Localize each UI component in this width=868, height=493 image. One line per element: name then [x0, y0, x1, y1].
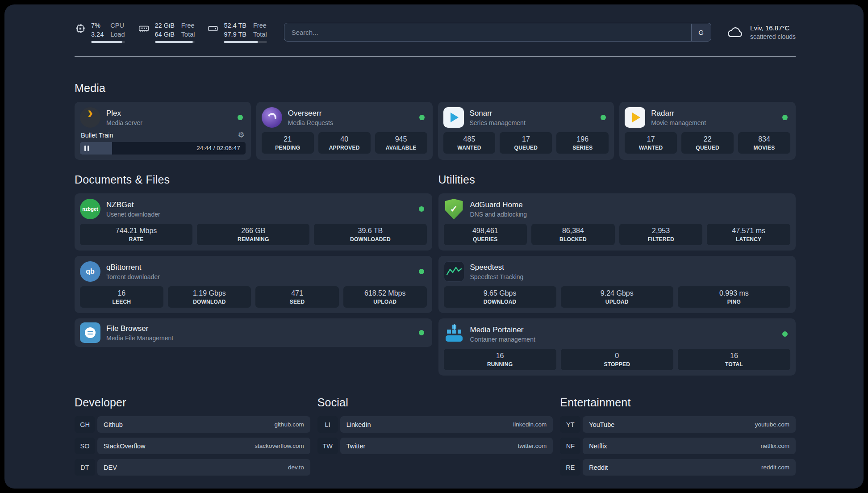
- bookmark-abbr: RE: [560, 459, 580, 476]
- app-name: Radarr: [651, 109, 706, 118]
- memory-usage-bar: [155, 41, 195, 43]
- status-dot-online: [601, 115, 606, 120]
- bookmark-youtube[interactable]: YT YouTube youtube.com: [560, 416, 796, 433]
- bookmark-url: github.com: [275, 421, 304, 428]
- section-heading-media: Media: [75, 82, 796, 95]
- app-name: Plex: [106, 109, 142, 118]
- stat-running: 16 RUNNING: [444, 349, 556, 370]
- weather-location: Lviv, 16.87°C: [750, 24, 796, 32]
- status-dot-online: [782, 331, 788, 337]
- bookmark-twitter[interactable]: TW Twitter twitter.com: [317, 438, 553, 454]
- speedtest-icon: [444, 261, 464, 282]
- bookmark-abbr: DT: [75, 459, 95, 476]
- gear-icon[interactable]: ⚙: [238, 131, 245, 139]
- app-card-qbittorrent[interactable]: qb qBittorrent Torrent downloader 16: [75, 256, 432, 313]
- app-name: AdGuard Home: [470, 201, 527, 209]
- bookmark-abbr: SO: [75, 438, 95, 454]
- pause-icon[interactable]: [84, 146, 89, 151]
- stat-queued: 17 QUEUED: [500, 132, 552, 154]
- filebrowser-icon: [80, 322, 100, 343]
- bookmark-group-developer: Developer GH Github github.com SO StackO…: [75, 396, 310, 476]
- search-engine-button[interactable]: G: [691, 24, 711, 41]
- section-heading-developer: Developer: [75, 396, 310, 409]
- app-description: Media File Management: [106, 334, 173, 342]
- cloud-icon: [726, 25, 744, 39]
- bookmark-url: dev.to: [288, 464, 304, 471]
- status-dot-online: [238, 115, 243, 120]
- bookmark-url: twitter.com: [518, 443, 547, 449]
- qbittorrent-icon: qb: [80, 261, 100, 282]
- app-name: Media Portainer: [470, 326, 535, 334]
- bookmark-group-social: Social LI LinkedIn linkedin.com TW Twitt…: [317, 396, 553, 476]
- bookmark-abbr: YT: [560, 416, 580, 433]
- stat-ping: 0.993 ms PING: [678, 286, 790, 308]
- status-dot-online: [782, 115, 788, 120]
- bookmark-name: Twitter: [346, 443, 366, 450]
- app-description: Media server: [106, 119, 142, 126]
- cpu-icon: [75, 23, 86, 34]
- section-heading-social: Social: [317, 396, 553, 409]
- stat-total: 16 TOTAL: [678, 349, 790, 370]
- memory-free-label: Free: [181, 21, 195, 30]
- search-bar: G: [284, 23, 711, 42]
- bookmark-name: Github: [104, 421, 123, 428]
- stat-remaining: 266 GB REMAINING: [197, 224, 309, 245]
- bookmark-abbr: GH: [75, 416, 95, 433]
- app-card-portainer[interactable]: Media Portainer Container management 16 …: [438, 318, 796, 376]
- app-card-nzbget[interactable]: nzbget NZBGet Usenet downloader 744.21 M…: [75, 193, 432, 251]
- stat-download: 1.19 Gbps DOWNLOAD: [168, 286, 251, 308]
- bookmark-netflix[interactable]: NF Netflix netflix.com: [560, 438, 796, 454]
- bookmark-abbr: NF: [560, 438, 580, 454]
- stat-latency: 47.571 ms LATENCY: [707, 224, 790, 245]
- memory-total-label: Total: [181, 30, 195, 39]
- disk-total-value: 97.9 TB: [224, 30, 246, 39]
- topbar: 7% 3.24 CPU Load: [75, 21, 796, 43]
- app-card-adguard[interactable]: AdGuard Home DNS and adblocking 498,461 …: [438, 193, 796, 251]
- app-card-radarr[interactable]: Radarr Movie management 17 WANTED 22 QUE…: [619, 102, 796, 160]
- bookmark-name: Reddit: [589, 464, 608, 471]
- bookmark-abbr: TW: [317, 438, 338, 454]
- cpu-label: CPU: [110, 21, 125, 30]
- stat-series: 196 SERIES: [556, 132, 609, 154]
- adguard-icon: [444, 199, 464, 219]
- app-description: Container management: [470, 336, 535, 343]
- bookmark-linkedin[interactable]: LI LinkedIn linkedin.com: [317, 416, 553, 433]
- plex-icon: [80, 107, 100, 128]
- bookmark-url: stackoverflow.com: [255, 443, 304, 449]
- bookmark-dev[interactable]: DT DEV dev.to: [75, 459, 310, 476]
- search-input[interactable]: [284, 23, 711, 42]
- portainer-icon: [444, 324, 464, 344]
- bookmark-reddit[interactable]: RE Reddit reddit.com: [560, 459, 796, 476]
- stat-upload: 618.52 Mbps UPLOAD: [343, 286, 427, 308]
- radarr-icon: [625, 107, 645, 128]
- disk-usage-bar: [224, 41, 267, 43]
- status-dot-online: [419, 269, 424, 274]
- bookmark-url: linkedin.com: [513, 421, 547, 428]
- status-dot-online: [419, 206, 424, 212]
- app-card-plex[interactable]: Plex Media server Bullet Train ⚙ 24:44 /…: [75, 102, 251, 160]
- app-description: Torrent downloader: [106, 273, 160, 280]
- app-name: NZBGet: [106, 201, 160, 209]
- bookmark-github[interactable]: GH Github github.com: [75, 416, 310, 433]
- memory-icon: [138, 23, 150, 34]
- weather-condition: scattered clouds: [750, 33, 796, 40]
- bookmark-name: DEV: [104, 464, 117, 471]
- stat-rate: 744.21 Mbps RATE: [80, 224, 192, 245]
- stat-stopped: 0 STOPPED: [561, 349, 673, 370]
- app-card-sonarr[interactable]: Sonarr Series management 485 WANTED 17 Q…: [438, 102, 614, 160]
- dashboard: 7% 3.24 CPU Load: [4, 4, 864, 489]
- cpu-load-value: 3.24: [91, 30, 104, 39]
- overseerr-icon: [262, 107, 282, 128]
- stat-leech: 16 LEECH: [80, 286, 163, 308]
- stat-wanted: 17 WANTED: [625, 132, 677, 154]
- memory-total-value: 64 GiB: [155, 30, 175, 39]
- stat-pending: 21 PENDING: [262, 132, 314, 154]
- app-card-speedtest[interactable]: Speedtest Speedtest Tracking 9.65 Gbps D…: [438, 256, 796, 313]
- app-description: Speedtest Tracking: [470, 273, 524, 280]
- app-card-filebrowser[interactable]: File Browser Media File Management: [75, 318, 432, 347]
- stat-approved: 40 APPROVED: [318, 132, 371, 154]
- app-card-overseerr[interactable]: Overseerr Media Requests 21 PENDING 40 A…: [256, 102, 433, 160]
- section-utilities: Utilities AdGuard Home DNS and adblockin…: [438, 173, 796, 376]
- bookmark-stackoverflow[interactable]: SO StackOverflow stackoverflow.com: [75, 438, 310, 454]
- app-description: Media Requests: [288, 119, 333, 126]
